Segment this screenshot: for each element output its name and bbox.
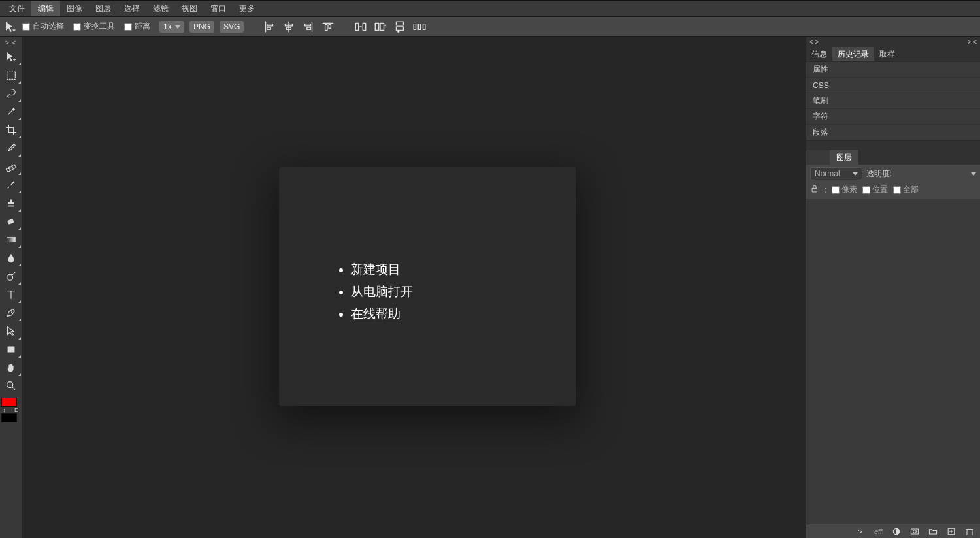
eyedropper-tool[interactable] <box>1 139 22 157</box>
menu-select[interactable]: 选择 <box>118 1 146 16</box>
foreground-color[interactable] <box>1 398 17 407</box>
svg-rect-19 <box>380 23 384 30</box>
menu-view[interactable]: 视图 <box>175 1 204 16</box>
opacity-dropdown-icon[interactable] <box>971 172 976 176</box>
panel-brush[interactable]: 笔刷 <box>806 93 980 109</box>
auto-select-checkbox[interactable] <box>22 23 30 31</box>
menu-layer[interactable]: 图层 <box>89 1 118 16</box>
menu-window[interactable]: 窗口 <box>204 1 233 16</box>
tab-history[interactable]: 历史记录 <box>832 47 874 61</box>
lasso-tool[interactable] <box>1 84 22 103</box>
zoom-dropdown[interactable]: 1x <box>159 21 184 33</box>
transform-tool-label: 变换工具 <box>84 21 115 32</box>
default-colors-icon[interactable]: D <box>14 407 19 413</box>
distance-option[interactable]: 距离 <box>124 21 154 32</box>
distribute-icon[interactable] <box>412 20 427 34</box>
shape-tool[interactable] <box>1 340 22 358</box>
lock-position-option[interactable]: 位置 <box>862 184 888 195</box>
svg-rect-54 <box>813 188 817 192</box>
new-layer-icon[interactable] <box>946 526 956 537</box>
svg-rect-26 <box>414 24 416 29</box>
svg-rect-27 <box>419 24 421 29</box>
delete-layer-icon[interactable] <box>964 526 975 537</box>
magic-wand-tool[interactable] <box>1 103 22 121</box>
menu-edit[interactable]: 编辑 <box>31 1 60 16</box>
opacity-label: 透明度: <box>866 168 892 180</box>
align-right-icon[interactable] <box>301 20 316 34</box>
svg-rect-44 <box>7 237 15 242</box>
transform-tool-option[interactable]: 变换工具 <box>73 21 119 32</box>
brush-tool[interactable] <box>1 176 22 194</box>
svg-line-39 <box>8 168 9 169</box>
text-tool[interactable] <box>1 285 22 304</box>
svg-rect-4 <box>267 24 273 25</box>
svg-line-53 <box>12 387 15 390</box>
duplicate-horizontal-icon[interactable] <box>373 20 387 34</box>
move-tool[interactable] <box>1 48 22 66</box>
switch-colors-icon[interactable]: ↕ <box>3 407 7 413</box>
menu-image[interactable]: 图像 <box>60 1 89 16</box>
duplicate-vertical-icon[interactable] <box>393 20 407 34</box>
ruler-tool[interactable] <box>1 157 22 176</box>
svg-marker-50 <box>7 327 14 336</box>
menu-more[interactable]: 更多 <box>233 1 261 16</box>
tab-sample[interactable]: 取样 <box>874 47 900 61</box>
panel-collapse-left[interactable]: < > <box>809 39 819 46</box>
spacing-horizontal-icon[interactable] <box>353 20 368 34</box>
hand-tool[interactable] <box>1 358 22 377</box>
adjustment-layer-icon[interactable] <box>891 526 902 537</box>
svg-point-52 <box>7 382 12 388</box>
gradient-tool[interactable] <box>1 230 22 249</box>
svg-line-40 <box>10 167 11 168</box>
distance-checkbox[interactable] <box>124 23 132 31</box>
pen-tool[interactable] <box>1 304 22 322</box>
background-color[interactable] <box>1 413 17 422</box>
panel-properties[interactable]: 属性 <box>806 62 980 78</box>
info-history-panel: 信息 历史记录 取样 <box>806 47 980 62</box>
transform-tool-checkbox[interactable] <box>73 23 81 31</box>
blur-tool[interactable] <box>1 249 22 267</box>
svg-rect-16 <box>363 23 366 30</box>
marquee-tool[interactable] <box>1 66 22 84</box>
panel-css[interactable]: CSS <box>806 78 980 93</box>
tab-layers[interactable]: 图层 <box>830 150 858 165</box>
align-center-icon[interactable] <box>282 20 296 34</box>
layer-controls: Normal 透明度: : 像素 位置 全部 <box>806 165 980 199</box>
layers-panel: 图层 Normal 透明度: : 像素 位置 全部 <box>806 141 980 538</box>
welcome-new-project[interactable]: 新建项目 <box>351 259 517 281</box>
svg-rect-22 <box>397 22 404 25</box>
group-layers-icon[interactable] <box>928 526 938 537</box>
crop-tool[interactable] <box>1 121 22 139</box>
layers-list[interactable] <box>806 199 980 524</box>
path-select-tool[interactable] <box>1 322 22 340</box>
eraser-tool[interactable] <box>1 212 22 230</box>
align-top-icon[interactable] <box>321 20 335 34</box>
link-layers-icon[interactable] <box>855 526 865 537</box>
blend-mode-dropdown[interactable]: Normal <box>810 167 862 180</box>
lock-icon <box>810 184 819 195</box>
toolbox-collapse-toggle[interactable]: > < <box>5 38 16 48</box>
svg-marker-0 <box>6 22 13 32</box>
panel-collapse-right[interactable]: > < <box>968 39 977 46</box>
layer-mask-icon[interactable] <box>909 526 920 537</box>
canvas-area: 新建项目 从电脑打开 在线帮助 <box>22 37 806 538</box>
stamp-tool[interactable] <box>1 194 22 212</box>
panel-paragraph[interactable]: 段落 <box>806 125 980 140</box>
zoom-tool[interactable] <box>1 377 22 395</box>
export-png-button[interactable]: PNG <box>189 21 214 33</box>
export-svg-button[interactable]: SVG <box>220 21 244 33</box>
tab-info[interactable]: 信息 <box>806 47 832 61</box>
auto-select-option[interactable]: 自动选择 <box>22 21 68 32</box>
svg-rect-43 <box>7 219 14 225</box>
lock-all-option[interactable]: 全部 <box>893 184 919 195</box>
layer-effects-icon[interactable]: eff <box>873 526 883 537</box>
menu-file[interactable]: 文件 <box>3 1 31 16</box>
svg-rect-14 <box>329 24 331 28</box>
panel-character[interactable]: 字符 <box>806 109 980 125</box>
align-left-icon[interactable] <box>262 20 276 34</box>
lock-pixels-option[interactable]: 像素 <box>832 184 857 195</box>
menu-filter[interactable]: 滤镜 <box>146 1 175 16</box>
welcome-online-help[interactable]: 在线帮助 <box>351 303 517 325</box>
welcome-open-from-computer[interactable]: 从电脑打开 <box>351 281 517 303</box>
dodge-tool[interactable] <box>1 267 22 285</box>
